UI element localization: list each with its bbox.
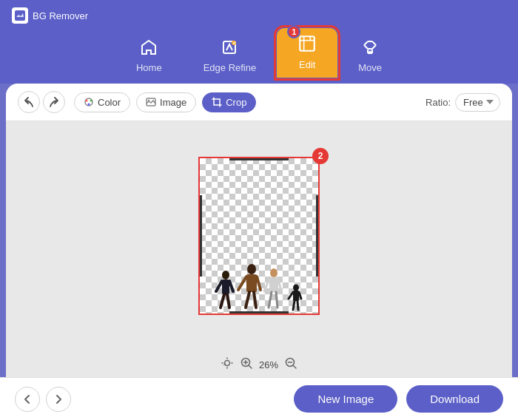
crop-handle-left[interactable] <box>200 195 202 277</box>
toolbar: Color Image Crop Ratio: Free 1:1 4:3 <box>6 84 512 121</box>
crop-handle-top[interactable] <box>229 158 289 160</box>
zoom-percent: 26% <box>259 359 278 370</box>
crop-button[interactable]: Crop <box>202 92 256 112</box>
nav-item-home[interactable]: Home <box>115 33 183 78</box>
nav-bar: Home Edge Refine 1 <box>0 28 518 78</box>
nav-edge-refine-label: Edge Refine <box>204 62 257 73</box>
color-label: Color <box>98 97 121 108</box>
zoom-bar: 26% <box>6 350 512 377</box>
undo-redo-group <box>18 91 65 113</box>
ratio-label: Ratio: <box>426 97 451 108</box>
main-area: Color Image Crop Ratio: Free 1:1 4:3 <box>6 84 512 377</box>
people-image <box>200 254 318 314</box>
footer-nav <box>15 387 71 412</box>
svg-point-16 <box>247 264 256 274</box>
svg-line-12 <box>216 281 222 291</box>
ratio-select[interactable]: Free 1:1 4:3 16:9 3:2 <box>455 93 500 112</box>
image-label: Image <box>160 97 186 108</box>
svg-line-14 <box>221 294 224 308</box>
nav-move-label: Move <box>358 62 382 73</box>
zoom-in-icon[interactable] <box>240 356 253 373</box>
home-icon <box>140 38 158 59</box>
crop-handle-bottom[interactable] <box>229 311 289 314</box>
image-button[interactable]: Image <box>136 92 196 112</box>
footer: New Image Download <box>0 377 518 420</box>
svg-line-27 <box>276 292 278 308</box>
nav-home-label: Home <box>136 62 162 73</box>
svg-rect-17 <box>246 274 257 292</box>
download-button[interactable]: Download <box>406 385 503 413</box>
svg-line-32 <box>293 301 295 310</box>
app-title: BG Remover <box>33 10 88 21</box>
svg-point-7 <box>88 104 90 106</box>
app-logo <box>12 7 28 24</box>
nav-edit-label: Edit <box>299 59 315 70</box>
nav-item-edge-refine[interactable]: Edge Refine <box>183 33 278 78</box>
footer-prev-button[interactable] <box>15 387 40 412</box>
svg-line-25 <box>278 279 281 291</box>
badge-2: 2 <box>312 148 329 164</box>
svg-rect-23 <box>269 277 278 292</box>
move-icon <box>361 38 379 59</box>
svg-line-31 <box>299 292 301 299</box>
crop-canvas <box>200 158 318 314</box>
svg-line-13 <box>229 281 233 291</box>
crop-frame-container: 2 <box>200 158 318 314</box>
svg-point-6 <box>90 100 92 102</box>
svg-point-10 <box>222 271 229 280</box>
svg-line-24 <box>264 279 269 291</box>
new-image-button[interactable]: New Image <box>294 385 397 413</box>
pan-icon[interactable] <box>221 356 234 373</box>
svg-point-28 <box>293 285 299 291</box>
svg-point-5 <box>86 100 88 102</box>
nav-item-move[interactable]: Move <box>337 33 403 78</box>
crop-label: Crop <box>226 97 246 108</box>
footer-next-button[interactable] <box>46 387 71 412</box>
canvas-area: 2 <box>6 121 512 350</box>
edge-refine-icon <box>221 38 238 59</box>
svg-rect-0 <box>15 10 25 21</box>
edit-icon <box>297 34 317 56</box>
app-title-bar: BG Remover <box>0 7 100 28</box>
svg-line-20 <box>246 292 249 308</box>
redo-button[interactable] <box>43 91 65 113</box>
svg-line-18 <box>238 277 246 290</box>
svg-line-15 <box>227 294 229 308</box>
footer-actions: New Image Download <box>294 385 503 413</box>
header: BG Remover Home Edge Refine <box>0 0 518 84</box>
svg-line-33 <box>297 301 298 310</box>
color-button[interactable]: Color <box>74 92 130 112</box>
svg-line-19 <box>257 277 260 290</box>
svg-point-9 <box>148 100 149 101</box>
ratio-group: Ratio: Free 1:1 4:3 16:9 3:2 <box>426 93 500 112</box>
svg-rect-3 <box>300 36 314 51</box>
svg-point-22 <box>270 268 278 277</box>
zoom-out-icon[interactable] <box>284 356 297 373</box>
svg-line-21 <box>254 292 256 308</box>
svg-line-30 <box>289 292 293 299</box>
svg-line-26 <box>269 292 272 308</box>
crop-handle-right[interactable] <box>316 195 318 277</box>
svg-point-34 <box>224 361 229 366</box>
nav-item-edit[interactable]: 1 Edit <box>277 28 337 78</box>
undo-button[interactable] <box>18 91 40 113</box>
